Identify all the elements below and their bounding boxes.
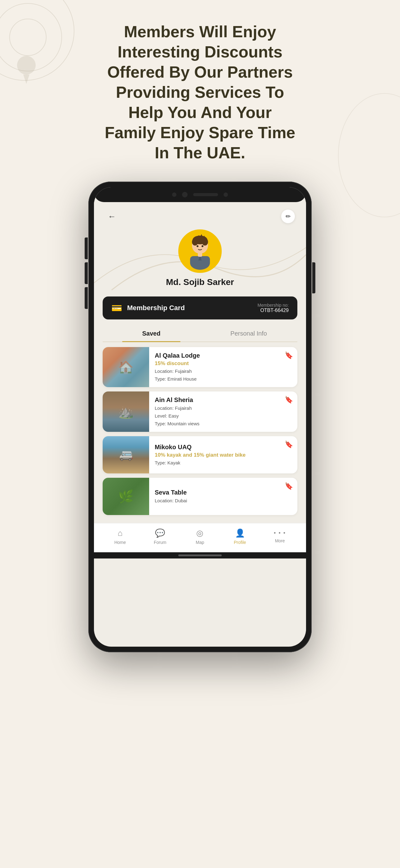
- nav-item-home[interactable]: ⌂ Home: [108, 528, 132, 545]
- bottom-navigation: ⌂ Home 💬 Forum ◎ Map 👤 Profile: [94, 523, 306, 552]
- place-detail1-mountain: Location: Fujairah: [155, 405, 292, 411]
- svg-point-2: [192, 238, 198, 246]
- membership-no-label: Membership no:: [258, 303, 289, 308]
- bg-curve: [338, 93, 400, 217]
- place-info-kayak: Mikoko UAQ 10% kayak and 15% giant water…: [149, 436, 297, 473]
- top-navigation: ← ✏: [94, 202, 306, 226]
- phone-mockup: ← ✏: [88, 182, 312, 652]
- tabs-container: Saved Personal Info: [103, 326, 297, 342]
- bg-decoration-3: [9, 19, 46, 56]
- bg-decoration-1: [0, 0, 74, 81]
- home-icon: ⌂: [118, 528, 123, 538]
- membership-left: 💳 Membership Card: [111, 303, 185, 313]
- place-info-mountain: Ain Al Sheria Location: Fujairah Level: …: [149, 392, 297, 432]
- nav-label-map: Map: [196, 540, 204, 545]
- avatar: [178, 229, 222, 273]
- place-info-seva: Seva Table Location: Dubai 🔖: [149, 478, 297, 515]
- place-detail1-lodge: Location: Fujairah: [155, 368, 292, 374]
- nav-item-profile[interactable]: 👤 Profile: [228, 528, 253, 545]
- svg-point-3: [202, 238, 208, 246]
- profile-icon: 👤: [235, 528, 245, 538]
- membership-label: Membership Card: [127, 304, 185, 312]
- tab-saved[interactable]: Saved: [103, 326, 200, 341]
- phone-notch: [94, 187, 306, 202]
- user-name: Md. Sojib Sarker: [166, 277, 234, 287]
- bookmark-icon-mountain[interactable]: 🔖: [285, 396, 293, 404]
- bookmark-icon-seva[interactable]: 🔖: [285, 482, 293, 490]
- home-indicator: [94, 552, 306, 558]
- place-discount-kayak: 10% kayak and 15% giant water bike: [155, 452, 292, 458]
- place-card-lodge[interactable]: Al Qalaa Lodge 15% discount Location: Fu…: [103, 347, 297, 387]
- nav-label-home: Home: [114, 540, 126, 545]
- membership-number-section: Membership no: OTBT-66429: [258, 303, 289, 313]
- place-name-seva: Seva Table: [155, 489, 292, 496]
- nav-label-forum: Forum: [154, 540, 166, 545]
- back-button[interactable]: ←: [105, 210, 119, 223]
- place-image-mountain: [103, 392, 149, 432]
- phone-screen: ← ✏: [94, 187, 306, 647]
- edit-button[interactable]: ✏: [281, 210, 295, 223]
- more-icon: • • •: [274, 530, 286, 536]
- svg-point-7: [197, 245, 198, 247]
- nav-item-forum[interactable]: 💬 Forum: [147, 528, 172, 545]
- phone-frame: ← ✏: [88, 182, 312, 652]
- forum-icon: 💬: [155, 528, 165, 538]
- place-name-kayak: Mikoko UAQ: [155, 444, 292, 451]
- nav-item-more[interactable]: • • • More: [268, 530, 292, 543]
- nav-label-more: More: [275, 538, 285, 543]
- place-name-lodge: Al Qalaa Lodge: [155, 352, 292, 359]
- place-info-lodge: Al Qalaa Lodge 15% discount Location: Fu…: [149, 347, 297, 387]
- place-name-mountain: Ain Al Sheria: [155, 397, 292, 404]
- places-list: Al Qalaa Lodge 15% discount Location: Fu…: [94, 342, 306, 520]
- bookmark-icon-kayak[interactable]: 🔖: [285, 440, 293, 448]
- place-card-seva[interactable]: Seva Table Location: Dubai 🔖: [103, 478, 297, 515]
- place-detail3-mountain: Type: Mountain views: [155, 420, 292, 427]
- back-arrow-icon: ←: [108, 212, 116, 221]
- place-image-seva: [103, 478, 149, 515]
- avatar-section: Md. Sojib Sarker: [94, 226, 306, 293]
- svg-point-8: [202, 245, 203, 247]
- place-image-kayak: [103, 436, 149, 473]
- map-icon: ◎: [196, 528, 203, 538]
- nav-label-profile: Profile: [234, 540, 246, 545]
- membership-no-value: OTBT-66429: [258, 308, 289, 313]
- home-bar: [178, 554, 222, 556]
- hero-section: Members Will Enjoy Interesting Discounts…: [92, 22, 308, 163]
- svg-rect-11: [198, 252, 202, 257]
- hero-heading: Members Will Enjoy Interesting Discounts…: [104, 22, 296, 163]
- notch-speaker: [193, 193, 218, 196]
- place-detail2-mountain: Level: Easy: [155, 412, 292, 419]
- bookmark-icon-lodge[interactable]: 🔖: [285, 351, 293, 360]
- place-detail1-seva: Location: Dubai: [155, 497, 292, 504]
- place-card-kayak[interactable]: Mikoko UAQ 10% kayak and 15% giant water…: [103, 436, 297, 473]
- place-detail1-kayak: Type: Kayak: [155, 460, 292, 466]
- app-content: ← ✏: [94, 202, 306, 558]
- avatar-image: [181, 232, 219, 270]
- place-detail2-lodge: Type: Emirati House: [155, 376, 292, 382]
- place-image-lodge: [103, 347, 149, 387]
- notch-camera: [182, 192, 188, 197]
- tab-personal-info[interactable]: Personal Info: [200, 326, 297, 341]
- place-discount-lodge: 15% discount: [155, 361, 292, 367]
- nav-item-map[interactable]: ◎ Map: [188, 528, 212, 545]
- membership-card[interactable]: 💳 Membership Card Membership no: OTBT-66…: [103, 297, 297, 319]
- card-icon: 💳: [111, 303, 122, 313]
- edit-icon: ✏: [286, 213, 291, 220]
- place-card-mountain[interactable]: Ain Al Sheria Location: Fujairah Level: …: [103, 392, 297, 432]
- location-pin-decoration: [15, 56, 37, 84]
- notch-dot-right: [224, 192, 228, 197]
- notch-dot-left: [172, 192, 176, 197]
